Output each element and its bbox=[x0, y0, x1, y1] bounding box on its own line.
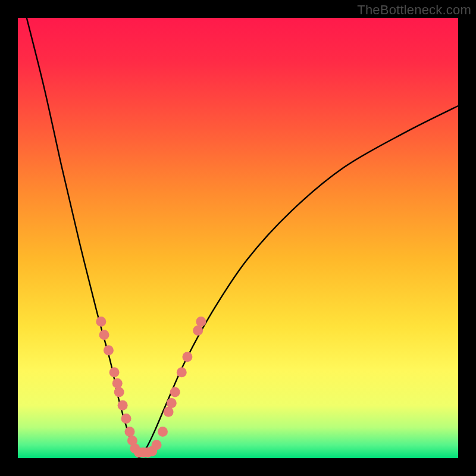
curve-svg bbox=[18, 18, 458, 458]
data-dot bbox=[158, 427, 168, 437]
data-dot bbox=[167, 398, 177, 408]
data-dot bbox=[193, 325, 203, 336]
chart-frame: TheBottleneck.com bbox=[0, 0, 476, 476]
data-dot bbox=[112, 378, 123, 389]
data-dot bbox=[96, 317, 106, 327]
data-dot bbox=[196, 317, 206, 327]
data-dot bbox=[99, 330, 109, 340]
data-dot bbox=[152, 440, 162, 450]
bottleneck-curve bbox=[27, 18, 458, 458]
data-dot bbox=[124, 427, 134, 437]
data-dot bbox=[121, 414, 131, 424]
data-dot bbox=[182, 352, 192, 362]
data-dot bbox=[164, 407, 174, 417]
data-dot bbox=[114, 387, 124, 397]
data-dot bbox=[104, 345, 114, 355]
data-dot bbox=[170, 387, 180, 397]
data-dot bbox=[109, 367, 120, 377]
data-dot bbox=[118, 400, 128, 411]
watermark-text: TheBottleneck.com bbox=[357, 2, 471, 18]
plot-area bbox=[18, 18, 458, 458]
data-dot bbox=[177, 367, 187, 377]
data-dots bbox=[96, 317, 206, 458]
